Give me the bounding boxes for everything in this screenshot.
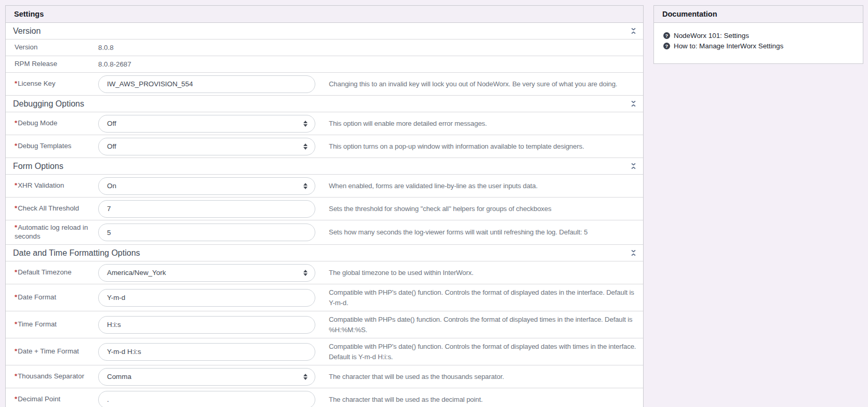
row-log-reload-seconds: Automatic log reload in seconds Sets how… <box>6 220 643 245</box>
field-help: The character that will be used as the t… <box>329 369 636 385</box>
field-label: Time Format <box>15 320 57 328</box>
section-title: Debugging Options <box>13 99 84 109</box>
select-value: Comma <box>107 373 131 380</box>
check-all-threshold-input[interactable] <box>98 200 315 218</box>
row-rpm-release: RPM Release 8.0.8-2687 <box>6 56 643 73</box>
doc-link-label: How to: Manage InterWorx Settings <box>674 42 783 50</box>
select-value: Off <box>107 142 116 150</box>
date-format-input[interactable] <box>98 289 315 307</box>
select-value: Off <box>107 120 116 127</box>
field-help: Sets the threshold for showing "check al… <box>329 201 636 217</box>
row-debug-templates: Debug Templates Off This option turns on… <box>6 135 643 158</box>
date-time-format-input[interactable] <box>98 343 315 361</box>
version-value: 8.0.8 <box>98 44 114 51</box>
rpm-release-value: 8.0.8-2687 <box>98 60 131 68</box>
field-label: Default Timezone <box>15 268 72 276</box>
question-circle-icon <box>663 43 670 49</box>
section-title: Form Options <box>13 162 63 171</box>
field-label: Thousands Separator <box>15 372 84 380</box>
field-label: XHR Validation <box>15 181 64 189</box>
field-help: The global timezone to be used within In… <box>329 265 636 281</box>
select-arrows-icon <box>303 374 308 380</box>
field-label: Automatic log reload in seconds <box>15 224 88 240</box>
row-license-key: License Key Changing this to an invalid … <box>6 73 643 96</box>
time-format-input[interactable] <box>98 316 315 334</box>
field-help: Compatible with PHP's date() function. C… <box>329 284 636 311</box>
collapse-section-icon[interactable] <box>629 162 637 170</box>
row-thousands-separator: Thousands Separator Comma The character … <box>6 365 643 388</box>
select-arrows-icon <box>303 183 308 189</box>
section-header-date-time-options: Date and Time Formatting Options <box>6 245 643 261</box>
doc-link-label: NodeWorx 101: Settings <box>674 32 749 40</box>
field-help: Compatible with PHP's date() function. C… <box>329 338 636 365</box>
question-circle-icon <box>663 32 670 39</box>
decimal-point-input[interactable] <box>98 391 315 407</box>
field-help: Sets how many seconds the log-viewer for… <box>329 224 636 241</box>
section-header-form-options: Form Options <box>6 158 643 175</box>
default-timezone-select[interactable]: America/New_York <box>98 264 315 282</box>
field-help: Changing this to an invalid key will loc… <box>329 76 636 93</box>
field-help: Compatible with PHPs date() function. Co… <box>329 311 636 338</box>
field-help: This option will enable more detailed er… <box>329 115 636 132</box>
collapse-section-icon[interactable] <box>629 249 637 257</box>
select-arrows-icon <box>303 270 308 276</box>
field-label: Date + Time Format <box>15 347 79 355</box>
doc-link-manage-interworx-settings[interactable]: How to: Manage InterWorx Settings <box>663 42 854 50</box>
license-key-input[interactable] <box>98 75 315 93</box>
field-label: Debug Mode <box>15 119 57 127</box>
field-label: Check All Threshold <box>15 204 79 212</box>
collapse-section-icon[interactable] <box>629 100 637 108</box>
field-label: Date Format <box>15 293 56 301</box>
row-check-all-threshold: Check All Threshold Sets the threshold f… <box>6 198 643 220</box>
field-label: Version <box>15 43 37 51</box>
select-arrows-icon <box>303 121 308 127</box>
thousands-separator-select[interactable]: Comma <box>98 368 315 386</box>
debug-templates-select[interactable]: Off <box>98 138 315 155</box>
field-help: This option turns on a pop-up window wit… <box>329 138 636 155</box>
documentation-panel: Documentation NodeWorx 101: Settings How… <box>653 5 863 64</box>
row-date-format: Date Format Compatible with PHP's date()… <box>6 284 643 311</box>
section-header-version: Version <box>6 23 643 40</box>
field-label: License Key <box>15 80 56 87</box>
row-xhr-validation: XHR Validation On When enabled, forms ar… <box>6 175 643 198</box>
section-title: Version <box>13 27 41 36</box>
select-arrows-icon <box>303 143 308 150</box>
xhr-validation-select[interactable]: On <box>98 177 315 195</box>
collapse-section-icon[interactable] <box>629 27 637 35</box>
doc-link-nodeworx-101[interactable]: NodeWorx 101: Settings <box>663 32 854 40</box>
log-reload-input[interactable] <box>98 224 315 241</box>
field-label: Decimal Point <box>15 395 60 403</box>
documentation-panel-title: Documentation <box>654 6 863 23</box>
settings-panel-title: Settings <box>6 6 643 23</box>
row-version: Version 8.0.8 <box>6 40 643 56</box>
row-time-format: Time Format Compatible with PHPs date() … <box>6 311 643 338</box>
section-title: Date and Time Formatting Options <box>13 248 140 258</box>
field-label: Debug Templates <box>15 142 71 150</box>
field-help: When enabled, forms are validated line-b… <box>329 178 636 194</box>
row-date-time-format: Date + Time Format Compatible with PHP's… <box>6 338 643 365</box>
debug-mode-select[interactable]: Off <box>98 115 315 133</box>
row-debug-mode: Debug Mode Off This option will enable m… <box>6 112 643 135</box>
field-help: The character that will be used as the d… <box>329 391 636 407</box>
row-default-timezone: Default Timezone America/New_York The gl… <box>6 261 643 284</box>
row-decimal-point: Decimal Point The character that will be… <box>6 388 643 407</box>
select-value: On <box>107 182 116 190</box>
select-value: America/New_York <box>107 269 166 277</box>
section-header-debugging-options: Debugging Options <box>6 96 643 112</box>
settings-panel: Settings Version Version 8.0.8 RPM Relea… <box>5 5 644 407</box>
field-label: RPM Release <box>15 60 57 68</box>
